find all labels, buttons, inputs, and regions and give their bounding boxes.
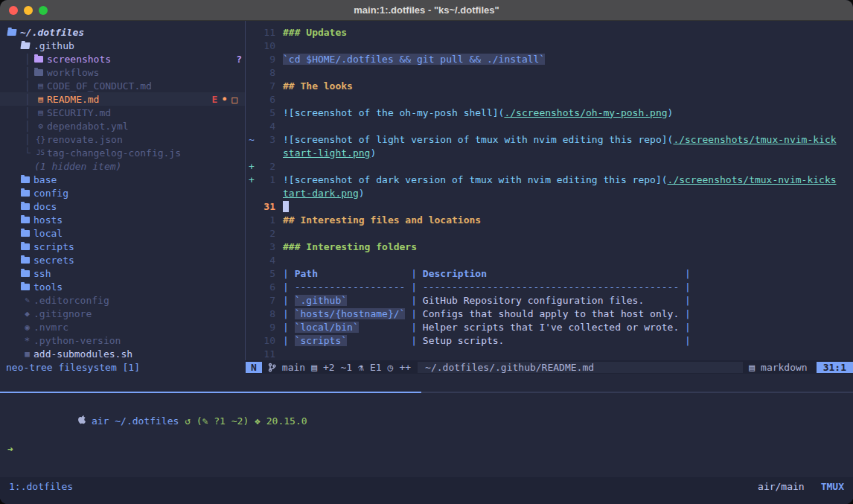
folder-icon [21,243,30,250]
folder-icon [21,230,30,237]
syntax-segment: ) [668,107,674,118]
prompt-caret-line[interactable]: ➜ [7,442,853,456]
zoom-button[interactable] [39,6,48,15]
git-untracked-badge: ? [236,54,245,65]
folder-icon [34,56,43,63]
syntax-segment: | [283,295,295,306]
editor-line[interactable]: 5![screenshot of the oh-my-posh shell](.… [246,106,853,119]
editor-line[interactable]: 8 [246,66,853,79]
file-tree: ~/.dotfiles.github│screenshots?│workflow… [0,21,246,360]
editor-line[interactable]: 7| `.github` | GitHub Repository configu… [246,293,853,307]
line-number: 11 [256,27,275,38]
folder-open-icon [20,42,30,49]
tree-indent-guide: │ [0,67,34,78]
editor-line[interactable]: 8| `hosts/{hostname}/` | Configs that sh… [246,307,853,320]
close-button[interactable] [9,6,18,15]
editor-line[interactable]: 9| `local/bin` | Helper scripts that I'v… [246,320,853,334]
editor-line[interactable]: 7## The looks [246,79,853,92]
tree-item[interactable]: *.python-version [0,334,245,347]
tree-item[interactable]: docs [0,200,245,213]
syntax-segment: Helper scripts that I've collected or wr… [423,322,679,333]
editor-line[interactable]: 6 [246,92,853,106]
tree-item[interactable]: .github [0,39,245,52]
tree-item[interactable]: ◉.nvmrc [0,320,245,334]
apple-icon [7,400,86,442]
editor-line[interactable]: 2 [246,226,853,240]
tree-item[interactable]: │workflows [0,66,245,79]
tree-item[interactable]: (1 hidden item) [0,159,245,173]
tree-item[interactable]: ~/.dotfiles [0,25,245,39]
syntax-segment: ./screenshots/tmux-nvim-kicks [668,174,837,185]
tree-item[interactable]: │▤README.mdE●□ [0,92,245,106]
tree-item[interactable]: ssh [0,267,245,280]
editor-line[interactable]: 5| Path | Description | [246,267,853,280]
editor-line[interactable]: tart-dark.png) [246,186,853,200]
editor-lines: 11### Updates109`cd $HOME/.dotfiles && g… [246,21,853,360]
editor-line[interactable]: +1![screenshot of dark version of tmux w… [246,173,853,186]
tree-item[interactable]: local [0,226,245,240]
node-version: 20.15.0 [266,414,307,428]
tree-item-label: tag-changelog-config.js [47,147,181,159]
syntax-segment: | [411,308,423,319]
tree-item[interactable]: scripts [0,240,245,253]
syntax-segment: `local/bin` [295,322,359,333]
nvim-pane: ~/.dotfiles.github│screenshots?│workflow… [0,21,853,360]
syntax-segment: Setup scripts. [423,335,505,346]
shell-pane[interactable]: air ~/.dotfiles ↺ (✎ ?1 ~2) ❖ 20.15.0 ➜ … [0,393,853,504]
syntax-segment: ### Interesting folders [283,241,417,252]
editor-line[interactable]: 10| `scripts` | Setup scripts. | [246,334,853,347]
mode-indicator: N [246,362,262,373]
minimize-button[interactable] [24,6,33,15]
tree-item[interactable]: ✎.editorconfig [0,293,245,307]
syntax-segment: ![screenshot of light version of tmux wi… [283,134,673,145]
syntax-segment: | ------------------- | ----------------… [283,281,691,293]
line-text [283,201,289,212]
syntax-segment [318,268,411,279]
editor-line[interactable]: 10 [246,39,853,52]
syntax-segment: | [685,308,691,319]
tmux-window-tab[interactable]: 1:.dotfiles [9,481,73,492]
gitsigns-sign: ~ [246,134,256,145]
tree-item[interactable]: │▤CODE_OF_CONDUCT.md [0,79,245,92]
folder-icon [21,176,30,183]
editor-line[interactable]: 11### Updates [246,25,853,39]
editor-line[interactable]: 4 [246,119,853,133]
line-number: 3 [256,241,275,252]
editor-line[interactable]: start-light.png) [246,146,853,159]
tree-indent-guide: └ [0,147,34,159]
tree-item[interactable]: ◆.gitignore [0,307,245,320]
neotree-status: neo-tree filesystem [1] [0,360,246,374]
syntax-segment: | [685,295,691,306]
line-text: ![screenshot of dark version of tmux wit… [283,174,837,185]
editor-line[interactable]: 3### Interesting folders [246,240,853,253]
tree-item[interactable]: secrets [0,253,245,267]
syntax-segment: `hosts/{hostname}/` [295,308,406,319]
flask-icon: ⚗ [358,362,364,373]
tree-item[interactable]: tools [0,280,245,293]
syntax-segment: | [283,268,295,279]
prompt-caret: ➜ [7,442,13,456]
cursor-block [283,201,289,212]
tree-item[interactable]: │⚙dependabot.yml [0,119,245,133]
editor-line[interactable]: 31 [246,200,853,213]
tree-item[interactable]: config [0,186,245,200]
tree-item-label: config [33,188,68,199]
syntax-segment: | [685,335,691,346]
tree-item[interactable]: │▤SECURITY.md [0,106,245,119]
tree-item[interactable]: │screenshots? [0,52,245,66]
tree-item[interactable]: hosts [0,213,245,226]
pending-updates: ++ [399,362,411,373]
editor-line[interactable]: +2 [246,159,853,173]
editor-line[interactable]: 6| ------------------- | ---------------… [246,280,853,293]
editor-line[interactable]: 1## Interesting files and locations [246,213,853,226]
tree-item[interactable]: ■add-submodules.sh [0,347,245,360]
folder-icon [21,257,30,264]
editor-line[interactable]: ~3![screenshot of light version of tmux … [246,133,853,146]
editor-line[interactable]: 11 [246,347,853,360]
editor-line[interactable]: 9`cd $HOME/.dotfiles && git pull && ./in… [246,52,853,66]
tree-item-label: renovate.json [47,134,123,145]
tree-item[interactable]: └JStag-changelog-config.js [0,146,245,159]
tree-item[interactable]: │{}renovate.json [0,133,245,146]
tree-item[interactable]: base [0,173,245,186]
editor-line[interactable]: 4 [246,253,853,267]
